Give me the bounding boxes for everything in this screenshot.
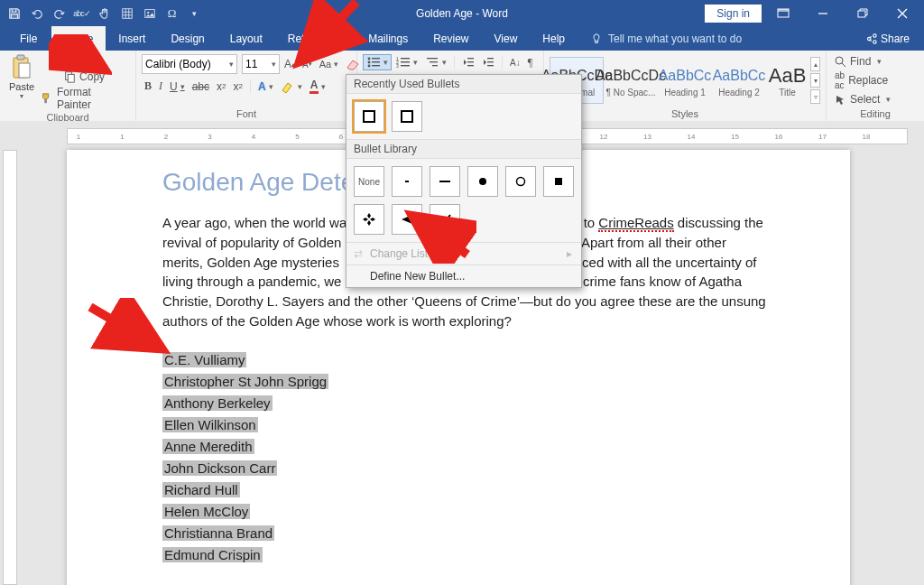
decrease-indent-button[interactable] [459,55,477,70]
bullet-arrow[interactable] [392,204,422,235]
svg-rect-5 [858,11,865,17]
tab-view[interactable]: View [482,26,531,51]
show-marks-button[interactable]: ¶ [525,55,535,70]
tell-me[interactable]: Tell me what you want to do [578,26,742,51]
bullet-dash-small[interactable] [392,166,422,197]
highlight-button[interactable]: ▾ [278,79,305,94]
font-color-button[interactable]: A▾ [307,78,329,95]
numbering-button[interactable]: 123▾ [393,55,420,70]
italic-button[interactable]: I [156,79,165,94]
tab-insert[interactable]: Insert [106,26,158,51]
text-effects-button[interactable]: A▾ [255,79,276,94]
svg-rect-15 [372,58,380,59]
style-heading1[interactable]: AaBbCcHeading 1 [658,57,712,104]
close-button[interactable] [884,0,920,26]
hand-icon[interactable] [94,4,115,23]
tab-references[interactable]: References [275,26,356,51]
undo-icon[interactable] [26,4,47,23]
superscript-button[interactable]: x2 [231,79,245,94]
qat-more-icon[interactable]: ▾ [184,4,205,23]
style-no-spacing[interactable]: AaBbCcDc¶ No Spac... [604,57,658,104]
spellcheck-icon[interactable]: abc✓ [71,4,92,23]
strike-button[interactable]: abc [189,79,212,94]
style-heading2[interactable]: AaBbCcHeading 2 [712,57,766,104]
define-new-bullet[interactable]: Define New Bullet... [346,265,581,287]
author-item: Christopher St John Sprigg [162,374,328,389]
font-size-value: 11 [245,58,257,70]
vertical-ruler[interactable] [3,150,17,585]
link-crimereads[interactable]: CrimeReads [598,215,673,232]
tab-home[interactable]: Home [51,26,106,51]
sign-in-button[interactable]: Sign in [705,5,762,23]
author-item: Anthony Berkeley [162,395,273,411]
bullet-circle[interactable] [505,166,536,197]
svg-rect-37 [402,111,412,122]
bullet-dash-long[interactable] [430,166,460,197]
paste-button[interactable]: Paste ▾ [5,52,38,102]
find-button[interactable]: Find▾ [832,54,884,69]
bullet-4diamond[interactable] [354,204,384,235]
underline-button[interactable]: U▾ [167,79,188,94]
maximize-button[interactable] [845,0,881,26]
group-clipboard: Paste ▾ Cut Copy Format Painter Clipboar… [0,51,136,121]
bullet-square[interactable] [543,166,574,197]
title-right: Sign in [705,0,924,26]
tab-help[interactable]: Help [530,26,578,51]
tab-review[interactable]: Review [420,26,481,51]
tab-file[interactable]: File [5,26,51,51]
bullet-disc[interactable] [467,166,498,197]
share-icon [864,32,877,45]
group-styles: AaBbCcDc¶ Normal AaBbCcDc¶ No Spac... Aa… [544,51,827,121]
bullets-button[interactable]: ▾ [363,54,392,70]
svg-rect-31 [467,65,474,66]
table-icon[interactable] [116,4,137,23]
recent-bullet-1[interactable] [354,101,384,132]
recent-bullet-2[interactable] [392,101,422,132]
svg-rect-32 [487,58,494,59]
cursor-icon [835,94,846,106]
lightbulb-icon [590,32,603,45]
indent-icon [482,56,494,69]
scissors-icon [68,55,80,68]
svg-text:3: 3 [396,63,399,69]
increase-indent-button[interactable] [479,55,497,70]
format-painter-button[interactable]: Format Painter [38,85,130,112]
minimize-button[interactable] [805,0,841,26]
font-size-combo[interactable]: 11▾ [242,54,280,74]
svg-point-35 [836,57,843,64]
change-case-button[interactable]: Aa▾ [317,58,341,70]
style-gallery-scroll[interactable]: ▴▾▿ [810,57,820,104]
omega-icon[interactable]: Ω [162,4,182,23]
tab-layout[interactable]: Layout [217,26,275,51]
tab-mailings[interactable]: Mailings [356,26,420,51]
copy-button[interactable]: Copy [38,70,130,84]
svg-rect-4 [778,9,789,12]
save-icon[interactable] [4,4,24,23]
bullet-none[interactable]: None [354,166,384,197]
copy-icon [63,70,76,83]
multilevel-button[interactable]: ▾ [422,55,449,70]
tab-design[interactable]: Design [158,26,217,51]
bullet-check[interactable] [430,204,460,235]
outdent-icon [462,56,475,69]
cut-button[interactable]: Cut [38,54,130,69]
subscript-button[interactable]: x2 [214,79,228,94]
redo-icon[interactable] [49,4,69,23]
svg-rect-28 [432,65,438,66]
shrink-font-button[interactable]: A▾ [300,59,315,70]
group-font: Calibri (Body)▾ 11▾ A▴ A▾ Aa▾ B I U▾ abc… [136,51,357,121]
bold-button[interactable]: B [142,79,154,94]
picture-icon[interactable] [139,4,160,23]
svg-rect-19 [372,65,380,66]
grow-font-button[interactable]: A▴ [282,57,298,71]
select-button[interactable]: Select▾ [832,92,893,107]
sort-button[interactable]: A↓ [507,57,523,69]
font-name-combo[interactable]: Calibri (Body)▾ [142,54,237,74]
style-title[interactable]: AaBTitle [766,57,808,104]
ribbon-display-icon[interactable] [765,0,801,26]
share-button[interactable]: Share [850,26,924,51]
svg-point-41 [517,178,525,186]
multilevel-icon [425,56,439,69]
replace-button[interactable]: abacReplace [832,70,891,91]
svg-rect-42 [555,178,562,185]
